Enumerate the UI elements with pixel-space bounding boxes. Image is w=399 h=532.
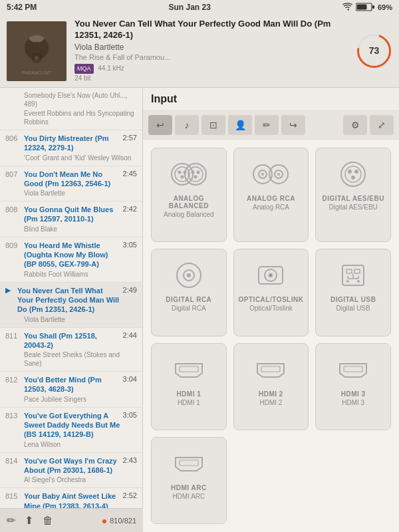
track-name: You've Got Ways I'm Crazy About (Pm 2030…: [24, 456, 120, 475]
input-name-sub: Analog RCA: [253, 203, 289, 211]
input-name-main: HDMI 1: [176, 390, 201, 398]
svg-point-31: [351, 176, 355, 180]
track-list-item[interactable]: 808You Gonna Quit Me Blues (Pm 12597, 20…: [0, 201, 142, 237]
mqa-badge: MQA: [74, 64, 94, 74]
track-number: 813: [5, 411, 21, 420]
edit-icon[interactable]: ✏: [7, 514, 15, 527]
input-tab-5[interactable]: ↪: [281, 115, 305, 135]
hdmi-1-icon: [169, 353, 209, 386]
input-item-hdmi-3[interactable]: HDMI 3HDMI 3: [315, 343, 391, 430]
svg-rect-1: [372, 5, 374, 9]
hdmi-3-icon: [333, 353, 373, 386]
track-list-item[interactable]: 814You've Got Ways I'm Crazy About (Pm 2…: [0, 453, 142, 489]
input-name-main: HDMI 3: [341, 390, 366, 398]
hdmi-2-icon: [251, 353, 291, 386]
track-duration: 2:43: [123, 456, 137, 464]
input-name-sub: Analog Balanced: [164, 211, 214, 218]
track-artist: Viola Bartlette: [24, 189, 137, 198]
input-item-digital-rca[interactable]: DIGITAL RCADigital RCA: [151, 249, 227, 336]
play-icon: ▶: [5, 286, 15, 295]
analog-balanced-icon: [169, 158, 209, 191]
input-name-sub: HDMI 2: [260, 399, 283, 406]
track-artist: Blind Blake: [24, 225, 137, 233]
share-icon[interactable]: ⬆: [25, 514, 33, 527]
track-artist: 'Coot' Grant and 'Kid' Wesley Wilson: [24, 154, 137, 162]
input-item-hdmi-1[interactable]: HDMI 1HDMI 1: [151, 343, 227, 430]
status-date: Sun Jan 23: [168, 3, 210, 12]
quality-khz: 44.1 kHz: [98, 65, 124, 72]
svg-rect-51: [180, 460, 198, 466]
track-list-item[interactable]: 807You Don't Mean Me No Good (Pm 12363, …: [0, 166, 142, 202]
input-header: Input: [143, 88, 399, 111]
album-art: PARAMOUNT: [7, 21, 66, 81]
input-item-hdmi-arc[interactable]: HDMI ARCHDMI ARC: [151, 437, 227, 524]
now-playing-quality: MQA 44.1 kHz 24 bit: [74, 64, 348, 83]
svg-rect-41: [354, 269, 360, 273]
volume-circle[interactable]: 73: [356, 33, 392, 69]
digital-rca-icon: [169, 259, 209, 292]
track-list-item[interactable]: 813You've Got Everything A Sweet Daddy N…: [0, 408, 142, 453]
track-list-item[interactable]: 811You Shall (Pm 12518, 20043-2)2:44Beal…: [0, 328, 142, 372]
digital-usb-icon: [333, 259, 373, 292]
status-time: 5:42 PM: [7, 3, 37, 12]
track-number: 812: [5, 375, 21, 384]
wifi-icon: [342, 3, 352, 12]
input-item-analog-rca[interactable]: ANALOG RCAAnalog RCA: [233, 148, 309, 242]
svg-point-28: [345, 166, 361, 182]
input-tab-3[interactable]: 👤: [228, 115, 252, 135]
bottom-toolbar: ✏ ⬆ 🗑 ● 810/821: [0, 508, 143, 532]
track-list-item[interactable]: ▶You Never Can Tell What Your Perfectly …: [0, 283, 142, 328]
svg-point-20: [194, 176, 197, 179]
svg-point-19: [196, 171, 200, 174]
track-artist: Everett Robbins and His Syncopating Robb…: [24, 109, 137, 126]
svg-point-23: [261, 173, 264, 176]
track-name: You Heard Me Whistle (Oughta Know My Blo…: [24, 241, 120, 269]
track-number: 811: [5, 331, 21, 340]
track-list-item[interactable]: 812You'd Better Mind (Pm 12503, 4628-3)3…: [0, 372, 142, 408]
hdmi-arc-icon: [169, 447, 209, 480]
delete-icon[interactable]: 🗑: [43, 515, 53, 527]
track-number: 809: [5, 241, 21, 249]
input-tab-2[interactable]: ⊡: [201, 115, 225, 135]
input-name-main: DIGITAL AES/EBU: [322, 195, 384, 202]
svg-point-26: [277, 173, 280, 176]
svg-point-12: [175, 167, 190, 182]
expand-tab[interactable]: ⤢: [370, 115, 394, 135]
input-tab-0[interactable]: ↩: [148, 115, 172, 135]
track-name: You Shall (Pm 12518, 20043-2): [24, 331, 120, 350]
input-item-optical-toslink[interactable]: OPTICAL/TOSLINKOptical/Toslink: [233, 249, 309, 336]
track-duration: 2:45: [123, 170, 137, 178]
svg-point-47: [357, 280, 360, 283]
track-list[interactable]: Somebody Else's Now (Auto Uhl..., 489)Ev…: [0, 88, 143, 532]
track-number: 807: [5, 170, 21, 178]
now-playing-artist: Viola Bartlette: [74, 43, 348, 52]
track-list-item[interactable]: 806You Dirty Mistreater (Pm 12324, 2279-…: [0, 130, 142, 166]
svg-point-30: [354, 170, 358, 174]
svg-rect-50: [344, 366, 362, 372]
toolbar-icons: ✏ ⬆ 🗑: [7, 514, 53, 527]
input-item-analog-balanced[interactable]: ANALOG BALANCEDAnalog Balanced: [151, 148, 227, 242]
svg-point-46: [346, 280, 349, 283]
input-item-hdmi-2[interactable]: HDMI 2HDMI 2: [233, 343, 309, 430]
settings-tab[interactable]: ⚙: [343, 115, 367, 135]
input-name-main: ANALOG BALANCED: [156, 195, 222, 209]
svg-rect-49: [261, 366, 280, 372]
track-count-area: ● 810/821: [102, 515, 136, 526]
track-name: You Never Can Tell What Your Perfectly G…: [17, 286, 120, 315]
digital-aes-ebu-icon: [333, 158, 373, 191]
input-tab-4[interactable]: ✏: [255, 115, 279, 135]
track-artist: Lena Wilson: [24, 440, 137, 449]
track-number: 814: [5, 456, 21, 465]
track-duration: 2:52: [123, 491, 137, 499]
input-tab-1[interactable]: ♪: [175, 115, 199, 135]
input-name-main: DIGITAL USB: [331, 296, 376, 303]
track-duration: 2:49: [123, 286, 137, 294]
input-item-digital-aes-ebu[interactable]: DIGITAL AES/EBUDigital AES/EBU: [315, 148, 391, 242]
track-count: 810/821: [110, 517, 136, 525]
track-list-item[interactable]: 809You Heard Me Whistle (Oughta Know My …: [0, 237, 142, 283]
svg-rect-40: [346, 269, 352, 273]
analog-rca-icon: [251, 158, 291, 191]
input-item-digital-usb[interactable]: DIGITAL USBDigital USB: [315, 249, 391, 336]
track-list-item[interactable]: Somebody Else's Now (Auto Uhl..., 489)Ev…: [0, 88, 142, 130]
status-bar: 5:42 PM Sun Jan 23 69%: [0, 0, 399, 15]
